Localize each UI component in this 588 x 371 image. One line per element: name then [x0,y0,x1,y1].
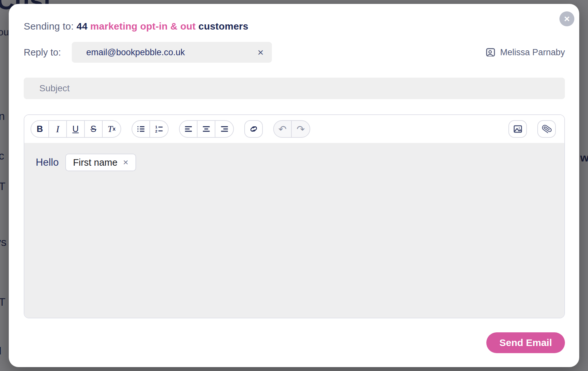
rich-text-editor: B I U S Tx 1 2 [24,114,565,318]
redo-button[interactable]: ↷ [292,121,310,137]
reply-to-label: Reply to: [24,47,61,58]
undo-button[interactable]: ↶ [274,121,292,137]
link-button[interactable] [244,120,263,138]
remove-merge-tag-icon[interactable]: × [123,158,128,167]
strikethrough-button[interactable]: S [85,121,103,137]
insert-image-button[interactable] [508,120,527,138]
align-group [179,120,234,138]
italic-button[interactable]: I [49,121,67,137]
text-style-group: B I U S Tx [31,120,121,138]
clear-format-t: T [108,124,113,134]
paperclip-icon [541,123,552,135]
attach-file-button[interactable] [537,120,556,138]
modal-footer: Send Email [24,332,565,353]
editor-toolbar: B I U S Tx 1 2 [24,115,564,143]
align-center-button[interactable] [198,121,215,137]
sender-name: Melissa Parnaby [500,47,565,58]
bullet-list-button[interactable] [132,121,150,137]
image-icon [513,124,523,134]
svg-text:2: 2 [155,129,157,133]
reply-to-input[interactable] [86,47,257,58]
sending-to-prefix: Sending to: [24,21,77,32]
ordered-list-icon: 1 2 [155,124,164,134]
merge-tag-chip[interactable]: First name × [65,154,136,171]
clear-formatting-button[interactable]: Tx [103,121,121,137]
svg-text:1: 1 [155,125,157,129]
numbered-list-button[interactable]: 1 2 [150,121,168,137]
recipient-segment: marketing opt-in & out [87,21,198,32]
sending-to-header: Sending to: 44 marketing opt-in & out cu… [24,21,565,32]
close-icon[interactable]: × [559,11,574,26]
history-group: ↶ ↷ [273,120,310,138]
clear-reply-icon[interactable]: × [258,47,264,58]
bullet-list-icon [136,124,146,134]
send-email-modal: × Sending to: 44 marketing opt-in & out … [9,4,579,367]
align-center-icon [202,124,211,134]
link-icon [249,124,258,134]
reply-to-row: Reply to: × Melissa Parnaby [24,42,565,63]
align-left-button[interactable] [180,121,198,137]
editor-content-area[interactable]: Hello First name × [24,143,564,318]
send-email-button[interactable]: Send Email [486,332,565,353]
align-left-icon [184,124,193,134]
contact-card-icon [485,47,496,58]
bold-button[interactable]: B [31,121,49,137]
subject-input[interactable] [24,78,565,99]
underline-button[interactable]: U [67,121,85,137]
recipient-type: customers [198,21,249,32]
align-right-button[interactable] [215,121,233,137]
list-group: 1 2 [132,120,169,138]
align-right-icon [220,124,229,134]
sender-identity: Melissa Parnaby [485,47,565,58]
clear-format-x: x [113,126,116,132]
reply-to-field[interactable]: × [72,42,272,63]
merge-tag-label: First name [73,157,118,168]
editor-text: Hello [36,154,59,171]
recipient-count: 44 [77,21,88,32]
